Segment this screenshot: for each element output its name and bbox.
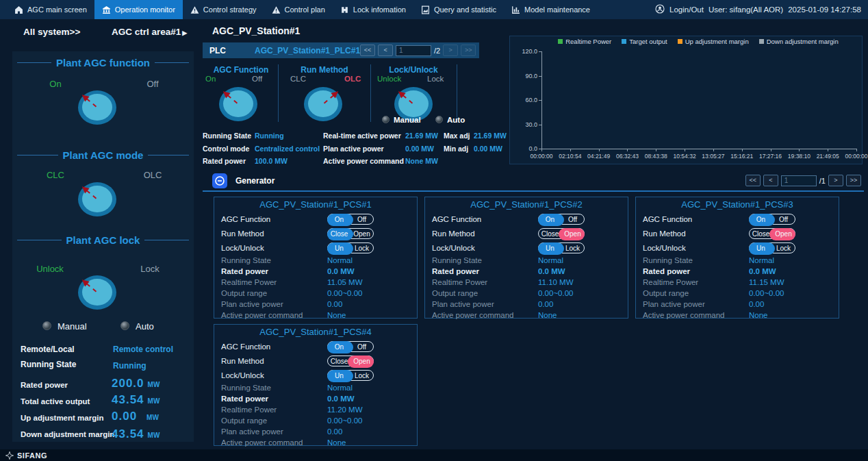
plant-agc-lock-knob[interactable] — [78, 275, 116, 310]
field-row: Rated power0.0 MW — [636, 266, 839, 277]
nav-item-control-strategy[interactable]: Control strategy — [183, 0, 264, 19]
x-tick-label: 00:00:00 — [839, 153, 868, 160]
run-method-toggle[interactable]: Close Open — [327, 228, 374, 239]
next-page-button[interactable]: > — [828, 175, 843, 186]
toggle-option[interactable]: Off — [772, 214, 795, 224]
toggle-option[interactable]: Un — [328, 371, 350, 380]
plant-agc-mode-clc-label: CLC — [30, 170, 81, 180]
toggle-option[interactable]: Lock — [561, 243, 584, 253]
toggle-option[interactable]: Un — [750, 243, 772, 253]
toggle-option[interactable]: Open — [350, 229, 373, 238]
plc-manual-radio[interactable] — [382, 116, 390, 123]
toggle-option[interactable]: Off — [350, 214, 373, 224]
last-page-button[interactable]: >> — [461, 45, 476, 56]
plc-unlock-label: Unlock — [377, 75, 401, 83]
toggle-option[interactable]: Off — [561, 214, 584, 224]
toggle-option[interactable]: Open — [561, 229, 584, 238]
agc-function-toggle[interactable]: On Off — [327, 214, 374, 225]
y-tick — [539, 100, 541, 101]
toggle-option[interactable]: Un — [328, 243, 350, 253]
plant-agc-mode-olc-label: OLC — [127, 170, 178, 180]
run-method-toggle[interactable]: Close Open — [538, 228, 585, 239]
toggle-label: Run Method — [643, 229, 749, 238]
field-row: Plan active power0.00 — [636, 299, 839, 310]
field-value: 11.20 MW — [327, 406, 363, 414]
sifang-logo-icon — [5, 451, 14, 460]
toggle-option[interactable]: Off — [350, 342, 373, 351]
page-title: AGC_PV_Station#1 — [212, 25, 300, 36]
toggle-row: Run Method Close Open — [636, 226, 839, 240]
toggle-option[interactable]: Un — [539, 243, 561, 253]
toggle-option[interactable]: On — [328, 214, 350, 224]
nav-item-operation-monitor[interactable]: Operation monitor — [94, 0, 183, 19]
field-label: Active power command — [221, 311, 327, 319]
plant-agc-lock-title: Plant AGC lock — [12, 234, 194, 246]
x-tick — [828, 149, 828, 151]
last-page-button[interactable]: >> — [846, 175, 861, 186]
toggle-option[interactable]: Close — [328, 229, 350, 238]
run-method-toggle[interactable]: Close Open — [327, 356, 374, 366]
plant-agc-function-knob[interactable] — [78, 90, 116, 125]
breadcrumb-all-system[interactable]: All system>> — [23, 27, 80, 37]
nav-item-model-maintenance[interactable]: Model maintenance — [504, 0, 598, 19]
toggle-option[interactable]: Open — [772, 229, 795, 238]
plc-lock-unlock-title: Lock/Unlock — [389, 65, 437, 75]
x-tick — [771, 149, 771, 151]
next-page-button[interactable]: > — [443, 45, 458, 56]
plc-name[interactable]: AGC_PV_Station#1_PLC#1 — [255, 46, 360, 55]
toggle-option[interactable]: Close — [539, 229, 561, 238]
manual-radio[interactable] — [42, 321, 51, 330]
toggle-row: Run Method Close Open — [214, 353, 417, 368]
toggle-row: AGC Function On Off — [214, 339, 417, 353]
stat-value: 100.0 MW — [255, 157, 323, 165]
agc-function-toggle[interactable]: On Off — [327, 341, 374, 352]
field-label: Plan active power — [221, 427, 327, 436]
first-page-button[interactable]: << — [745, 175, 761, 186]
divider — [457, 64, 457, 122]
first-page-button[interactable]: << — [360, 45, 375, 56]
login-out-link[interactable]: Login/Out — [669, 5, 704, 14]
nav-item-control-plan[interactable]: Control plan — [264, 0, 333, 19]
toggle-option[interactable]: Lock — [772, 243, 795, 253]
field-label: Plan active power — [221, 300, 327, 308]
plant-agc-mode-knob[interactable] — [78, 182, 116, 216]
y-tick-label: 0.0 — [511, 145, 537, 152]
lock-unlock-toggle[interactable]: Un Lock — [749, 242, 795, 253]
generator-icon[interactable] — [212, 173, 227, 188]
plant-panel: Plant AGC function On Off Plant AGC mode… — [12, 51, 194, 442]
plc-run-method-knob[interactable] — [304, 87, 342, 121]
toggle-option[interactable]: Lock — [350, 371, 373, 380]
lock-unlock-toggle[interactable]: Un Lock — [327, 370, 374, 381]
page-input[interactable] — [396, 45, 431, 56]
field-label: Realtime Power — [221, 278, 327, 286]
agc-function-toggle[interactable]: On Off — [749, 214, 795, 225]
toggle-option[interactable]: Open — [350, 356, 373, 366]
auto-radio[interactable] — [120, 321, 129, 330]
generator-title: Generator — [235, 176, 275, 186]
toggle-option[interactable]: On — [750, 214, 772, 224]
nav-label: Query and statistic — [434, 5, 496, 14]
page-input[interactable] — [781, 175, 817, 186]
plc-agc-function-knob[interactable] — [219, 87, 257, 121]
nav-item-query-and-statistic[interactable]: Query and statistic — [413, 0, 504, 19]
breadcrumb-agc-ctrl-area[interactable]: AGC ctrl area#1▶ — [112, 27, 187, 37]
agc-function-toggle[interactable]: On Off — [538, 214, 585, 225]
lock-unlock-toggle[interactable]: Un Lock — [538, 242, 585, 253]
field-label: Output range — [643, 289, 749, 297]
x-tick — [656, 149, 656, 151]
toggle-option[interactable]: Close — [328, 356, 350, 366]
toggle-row: Lock/Unlock Un Lock — [425, 240, 628, 255]
nav-item-lock-infomation[interactable]: Lock infomation — [333, 0, 413, 19]
toggle-option[interactable]: Lock — [350, 243, 373, 253]
prev-page-button[interactable]: < — [763, 175, 778, 186]
toggle-option[interactable]: On — [539, 214, 561, 224]
toggle-option[interactable]: On — [328, 342, 350, 351]
x-tick — [541, 149, 542, 151]
run-method-toggle[interactable]: Close Open — [749, 228, 795, 239]
prev-page-button[interactable]: < — [378, 45, 393, 56]
toggle-option[interactable]: Close — [750, 229, 772, 238]
lock-unlock-toggle[interactable]: Un Lock — [327, 242, 374, 253]
field-row: Plan active power0.00 — [214, 299, 417, 310]
plc-auto-radio[interactable] — [435, 116, 443, 123]
nav-item-agc-main-screen[interactable]: AGC main screen — [7, 0, 94, 19]
